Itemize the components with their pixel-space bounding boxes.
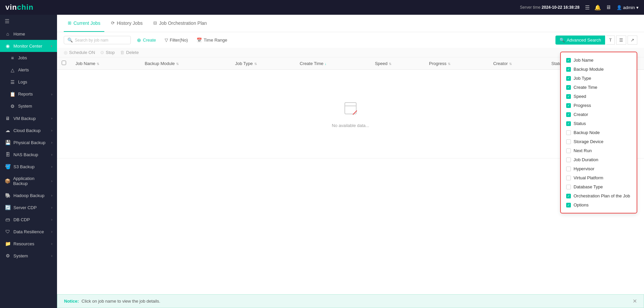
advanced-search-button[interactable]: 🔍 Advanced Search — [555, 36, 605, 45]
sidebar-item-reports[interactable]: 📋 Reports › — [0, 88, 57, 100]
checkbox-storage-device[interactable] — [566, 139, 571, 144]
sidebar-item-monitor-center[interactable]: ◉ Monitor Center ▾ — [0, 40, 57, 52]
dropdown-item-orchestration-plan[interactable]: Orchestration Plan of the Job — [561, 191, 637, 200]
sidebar-item-jobs[interactable]: ≡ Jobs — [0, 52, 57, 64]
schedule-on-button[interactable]: ◎ Schedule ON — [64, 50, 95, 55]
checkbox-orchestration-plan[interactable] — [566, 194, 571, 198]
checkbox-job-name[interactable] — [566, 58, 571, 63]
chevron-right-icon: › — [51, 230, 52, 234]
dropdown-item-create-time[interactable]: Create Time — [561, 83, 637, 92]
search-box[interactable]: 🔍 Search by job nam — [64, 36, 131, 44]
checkbox-virtual-platform[interactable] — [566, 176, 571, 180]
sidebar-item-db-cdp[interactable]: 🗃 DB CDP › — [0, 213, 57, 226]
topbar-right: Server time 2024-10-22 16:38:28 ☰ 🔔 🖥 👤 … — [520, 4, 639, 11]
dropdown-item-job-type[interactable]: Job Type — [561, 74, 637, 83]
checkbox-status[interactable] — [566, 121, 571, 126]
dropdown-item-next-run[interactable]: Next Run — [561, 146, 637, 155]
create-button[interactable]: ⊕ Create — [134, 36, 159, 45]
sidebar-item-nas-backup[interactable]: 🗄 NAS Backup › — [0, 148, 57, 161]
sidebar-item-server-cdp[interactable]: 🔄 Server CDP › — [0, 201, 57, 213]
dropdown-item-job-duration[interactable]: Job Duration — [561, 155, 637, 164]
checkbox-job-type[interactable] — [566, 76, 571, 81]
sidebar: ☰ ⌂ Home ◉ Monitor Center ▾ ≡ Jobs △ Ale… — [0, 15, 57, 308]
checkbox-backup-node[interactable] — [566, 130, 571, 135]
col-job-name[interactable]: Job Name⇅ — [71, 57, 140, 70]
calendar-icon: 📅 — [197, 38, 202, 43]
sidebar-item-physical-backup[interactable]: 💾 Physical Backup › — [0, 136, 57, 148]
delete-button[interactable]: 🗑 Delete — [120, 50, 139, 55]
sidebar-item-home[interactable]: ⌂ Home — [0, 28, 57, 40]
filter-button[interactable]: ▽ Filter(No) — [162, 36, 191, 44]
col-speed[interactable]: Speed⇅ — [370, 57, 424, 70]
col-creator[interactable]: Creator⇅ — [488, 57, 546, 70]
checkbox-hypervisor[interactable] — [566, 167, 571, 171]
sidebar-item-application-backup[interactable]: 📦 Application Backup › — [0, 173, 57, 189]
checkbox-backup-module[interactable] — [566, 67, 571, 72]
stop-button[interactable]: ⊙ Stop — [100, 50, 115, 55]
menu-icon[interactable]: ☰ — [585, 4, 590, 11]
sidebar-item-resources[interactable]: 📁 Resources › — [0, 238, 57, 250]
logo: vinchin — [5, 3, 34, 12]
col-progress[interactable]: Progress⇅ — [424, 57, 488, 70]
checkbox-progress[interactable] — [566, 103, 571, 108]
sidebar-item-alerts[interactable]: △ Alerts — [0, 64, 57, 76]
sidebar-item-system-monitor[interactable]: ⚙ System — [0, 100, 57, 112]
dropdown-item-storage-device[interactable]: Storage Device — [561, 137, 637, 146]
tab-job-orchestration-plan[interactable]: ⊟ Job Orchestration Plan — [149, 15, 211, 32]
chevron-right-icon: › — [51, 194, 52, 197]
dropdown-item-database-type[interactable]: Database Type — [561, 182, 637, 191]
dropdown-item-hypervisor[interactable]: Hypervisor — [561, 164, 637, 173]
sidebar-item-hadoop-backup[interactable]: 🐘 Hadoop Backup › — [0, 189, 57, 201]
bell-icon[interactable]: 🔔 — [594, 4, 601, 11]
sidebar-item-s3-backup[interactable]: 🪣 S3 Backup › — [0, 161, 57, 173]
checkbox-database-type[interactable] — [566, 185, 571, 189]
dropdown-item-options[interactable]: Options — [561, 200, 637, 209]
chevron-right-icon: › — [51, 165, 52, 169]
plus-circle-icon: ⊕ — [137, 37, 141, 43]
checkbox-create-time[interactable] — [566, 85, 571, 90]
checkbox-job-duration[interactable] — [566, 158, 571, 162]
list-icon-btn[interactable]: ☰ — [616, 36, 626, 45]
dropdown-item-progress[interactable]: Progress — [561, 101, 637, 110]
dropdown-item-status[interactable]: Status — [561, 119, 637, 128]
reports-icon: 📋 — [9, 91, 15, 97]
sidebar-label-hadoop-backup: Hadoop Backup — [13, 193, 45, 198]
sidebar-toggle[interactable]: ☰ — [0, 15, 57, 28]
logo-chin: chin — [17, 3, 34, 11]
col-job-type[interactable]: Job Type⇅ — [230, 57, 295, 70]
export-icon-btn[interactable]: ↗ — [628, 36, 637, 45]
notice-close-button[interactable]: ✕ — [633, 298, 637, 304]
search-icon: 🔍 — [67, 38, 73, 43]
sidebar-item-vm-backup[interactable]: 🖥 VM Backup › — [0, 112, 57, 124]
sidebar-item-cloud-backup[interactable]: ☁ Cloud Backup › — [0, 124, 57, 136]
col-backup-module[interactable]: Backup Module⇅ — [140, 57, 230, 70]
dropdown-item-job-name[interactable]: Job Name — [561, 56, 637, 65]
dropdown-item-backup-node[interactable]: Backup Node — [561, 128, 637, 137]
tab-current-jobs[interactable]: ⊞ Current Jobs — [64, 15, 104, 32]
checkbox-creator[interactable] — [566, 112, 571, 117]
checkbox-speed[interactable] — [566, 94, 571, 99]
chevron-down-icon: ▾ — [51, 44, 52, 48]
dropdown-item-creator[interactable]: Creator — [561, 110, 637, 119]
sidebar-item-logs[interactable]: ☰ Logs — [0, 76, 57, 88]
columns-icon-btn[interactable]: T — [606, 36, 615, 45]
dropdown-item-speed[interactable]: Speed — [561, 92, 637, 101]
sidebar-item-system[interactable]: ⚙ System › — [0, 250, 57, 262]
dropdown-item-virtual-platform[interactable]: Virtual Platform — [561, 173, 637, 182]
tab-label-orchestration: Job Orchestration Plan — [159, 20, 207, 26]
dropdown-item-backup-module[interactable]: Backup Module — [561, 65, 637, 74]
checkbox-next-run[interactable] — [566, 148, 571, 153]
toolbar-right: 🔍 Advanced Search T ☰ ↗ — [555, 36, 637, 45]
user-menu[interactable]: 👤 admin ▾ — [616, 5, 639, 10]
timerange-button[interactable]: 📅 Time Range — [194, 36, 230, 44]
col-checkbox[interactable] — [57, 57, 71, 70]
empty-state-row: No available data... — [57, 70, 644, 159]
sidebar-label-s3-backup: S3 Backup — [13, 164, 35, 169]
checkbox-options[interactable] — [566, 203, 571, 207]
sidebar-item-data-resilience[interactable]: 🛡 Data Resilience › — [0, 226, 57, 238]
sort-icon-job-type: ⇅ — [254, 62, 257, 66]
select-all-checkbox[interactable] — [62, 61, 66, 65]
monitor-icon[interactable]: 🖥 — [606, 4, 611, 11]
col-create-time[interactable]: Create Time↓ — [295, 57, 370, 70]
tab-history-jobs[interactable]: ⟳ History Jobs — [107, 15, 147, 32]
